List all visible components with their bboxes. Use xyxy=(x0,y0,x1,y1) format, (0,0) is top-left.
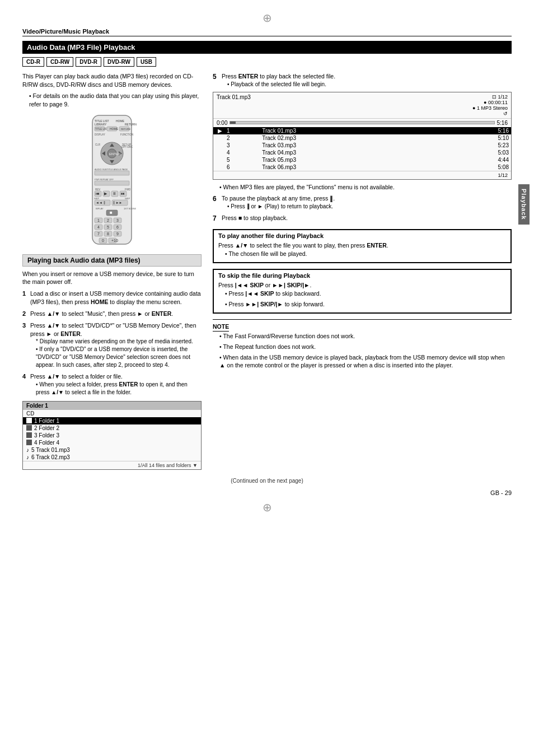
svg-text:DISPLAY: DISPLAY xyxy=(95,133,105,136)
note-item-3: When data in the USB memory device is pl… xyxy=(219,353,512,370)
svg-text:⏮: ⏮ xyxy=(96,192,100,195)
pb-header: Track 01.mp3 ⊡ 1/12 ● 00:00:11 ● 1 MP3 S… xyxy=(213,92,511,119)
step-1-num: 1 xyxy=(22,290,30,306)
folder-item-1-text: 1 Folder 1 xyxy=(34,418,59,424)
folder-item-3-text: 3 Folder 3 xyxy=(34,432,59,438)
progress-bar xyxy=(229,121,494,124)
remote-image-container: TITLE LIST LIBRARY HOME RETURN TITLE LIS… xyxy=(22,114,202,249)
svg-text:HOME: HOME xyxy=(110,127,119,130)
note-item-1: The Fast Forward/Reverse function does n… xyxy=(219,332,512,340)
skip-title: To skip the file during Playback xyxy=(218,272,506,279)
step-5-num: 5 xyxy=(213,72,222,88)
pb-progress-bar: 0:00 5:16 xyxy=(213,119,511,127)
step-3-content: Press ▲/▼ to select "DVD/CD*" or "USB Me… xyxy=(30,321,202,369)
step-4-num: 4 xyxy=(22,372,30,396)
step-3-num: 3 xyxy=(22,321,30,369)
folder-screen-header: Folder 1 xyxy=(23,402,201,410)
step-2-content: Press ▲/▼ to select "Music", then press … xyxy=(30,310,202,318)
folder-item-4: 4 Folder 4 xyxy=(23,439,201,446)
badge-dvdr: DVD-R xyxy=(76,57,101,67)
svg-text:‖  ►►: ‖ ►► xyxy=(113,201,123,204)
folder-item-2: 2 Folder 2 xyxy=(23,424,201,432)
pb-table-footer: 1/12 xyxy=(213,171,511,179)
svg-rect-26 xyxy=(95,181,129,185)
step-7: 7 Press ■ to stop playback. xyxy=(213,214,512,223)
track-name-4: Track 04.mp3 xyxy=(260,149,439,156)
folder-item-5-text: 5 Track 01.mp3 xyxy=(31,447,70,453)
svg-text:HOME: HOME xyxy=(116,119,125,123)
progress-indicator xyxy=(230,122,235,124)
step-6-num: 6 xyxy=(213,194,222,211)
playback-sidebar-tab: Playback xyxy=(518,184,530,225)
track-name-5: Track 05.mp3 xyxy=(260,156,439,164)
svg-text:RETURN: RETURN xyxy=(121,128,130,130)
folder-icon-2 xyxy=(26,425,32,431)
svg-text:AUDIO  SUBTITLE  ANGLE  PAGE: AUDIO SUBTITLE ANGLE PAGE xyxy=(95,168,128,171)
track-list-table: ▶ 1 Track 01.mp3 5:16 2 Track 02.mp3 5:1… xyxy=(213,127,511,171)
svg-text:1ST SCENE: 1ST SCENE xyxy=(124,207,136,210)
track-time-5: 4:44 xyxy=(439,156,511,164)
svg-text:9: 9 xyxy=(116,232,119,236)
music-icon-6: ♪ xyxy=(26,454,29,460)
step-5: 5 Press ENTER to play back the selected … xyxy=(213,72,512,88)
track-num-3: 3 xyxy=(224,142,260,149)
step-4: 4 Press ▲/▼ to select a folder or file. … xyxy=(22,372,202,396)
track-time-4: 5:03 xyxy=(439,149,511,156)
folder-item-6-text: 6 Track 02.mp3 xyxy=(31,454,70,460)
badge-cdrw: CD-RW xyxy=(46,57,73,67)
track-name-1: Track 01.mp3 xyxy=(260,127,439,134)
warning-text: When you insert or remove a USB memory d… xyxy=(22,270,202,286)
track-time-3: 5:23 xyxy=(439,142,511,149)
track-time-6: 5:08 xyxy=(439,164,511,171)
step-5-bullet: Playback of the selected file will begin… xyxy=(227,81,512,88)
track-time-2: 5:10 xyxy=(439,134,511,142)
track-icon-6 xyxy=(213,164,224,171)
right-column: 5 Press ENTER to play back the selected … xyxy=(213,72,512,474)
note-title: NOTE xyxy=(213,323,512,330)
note-box: NOTE The Fast Forward/Reverse function d… xyxy=(213,319,512,370)
badge-dvdrw: DVD-RW xyxy=(104,57,134,67)
intro-bullet: For details on the audio data that you c… xyxy=(29,92,202,108)
track-num-4: 4 xyxy=(224,149,260,156)
step-6: 6 To pause the playback at any time, pre… xyxy=(213,194,512,211)
track-num-5: 5 xyxy=(224,156,260,164)
table-row: 3 Track 03.mp3 5:23 xyxy=(213,142,511,149)
table-row: 6 Track 06.mp3 5:08 xyxy=(213,164,511,171)
svg-text:BIPLAY: BIPLAY xyxy=(96,207,104,210)
playback-screen: Track 01.mp3 ⊡ 1/12 ● 00:00:11 ● 1 MP3 S… xyxy=(213,92,512,180)
intro-text: This Player can play back audio data (MP… xyxy=(22,72,202,88)
page-number: GB - 29 xyxy=(22,489,512,496)
folder-item-4-text: 4 Folder 4 xyxy=(34,440,59,446)
play-another-text: Press ▲/▼ to select the file you want to… xyxy=(218,241,506,250)
step-6-bullet: Press ‖ or ► (Play) to return to playbac… xyxy=(227,203,512,211)
pb-mode: ● 1 MP3 Stereo xyxy=(472,105,508,111)
playing-back-title: Playing back Audio data (MP3 files) xyxy=(22,254,202,267)
svg-text:FWD: FWD xyxy=(125,188,131,191)
folder-item-5: ♪ 5 Track 01.mp3 xyxy=(23,446,201,454)
skip-section: To skip the file during Playback Press |… xyxy=(213,269,512,314)
folder-footer: 1/All 14 files and folders ▼ xyxy=(23,461,201,469)
svg-text:8: 8 xyxy=(107,232,109,236)
svg-text:LIBRARY: LIBRARY xyxy=(95,123,107,126)
step-6-content: To pause the playback at any time, press… xyxy=(222,194,512,211)
table-row: 5 Track 05.mp3 4:44 xyxy=(213,156,511,164)
svg-text:4: 4 xyxy=(97,225,100,229)
step-2: 2 Press ▲/▼ to select "Music", then pres… xyxy=(22,310,202,318)
track-icon-1: ▶ xyxy=(213,127,224,134)
svg-text:■: ■ xyxy=(110,210,113,215)
svg-text:2: 2 xyxy=(107,218,109,222)
track-icon-2 xyxy=(213,134,224,142)
track-name-2: Track 02.mp3 xyxy=(260,134,439,142)
svg-rect-24 xyxy=(95,171,129,175)
section-header: Video/Picture/Music Playback xyxy=(22,28,512,36)
main-title: Audio Data (MP3 File) Playback xyxy=(22,41,512,54)
folder-icon-4 xyxy=(26,440,32,445)
svg-text:TITLE LIST: TITLE LIST xyxy=(95,128,108,130)
svg-text:OPT-DRC: OPT-DRC xyxy=(121,146,133,148)
badge-usb: USB xyxy=(137,57,156,67)
folder-item-1: 1 Folder 1 xyxy=(23,417,201,424)
steps-section: 1 Load a disc or insert a USB memory dev… xyxy=(22,290,202,396)
svg-text:SKIP: SKIP xyxy=(94,197,99,200)
svg-text:ENTER: ENTER xyxy=(109,152,121,156)
folder-screen-cd: CD xyxy=(23,410,201,417)
